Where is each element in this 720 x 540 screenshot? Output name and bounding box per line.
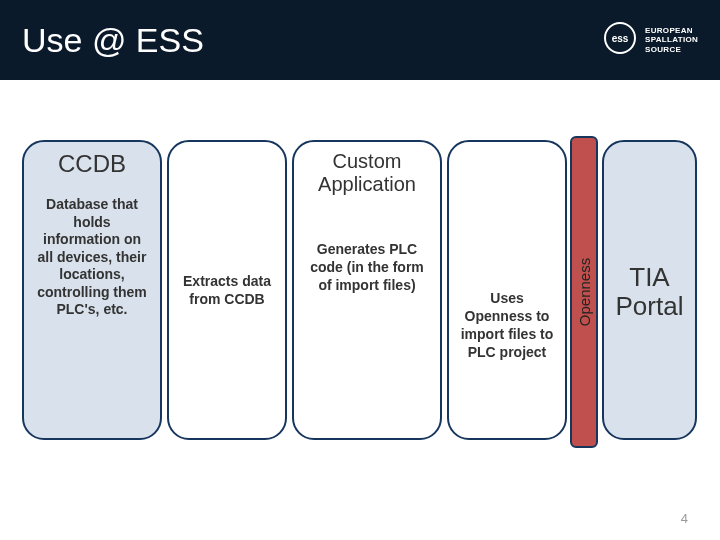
- node-custom-application: Custom Application Generates PLC code (i…: [292, 140, 442, 440]
- svg-text:ess: ess: [612, 33, 629, 44]
- node-tia-title: TIA Portal: [608, 255, 692, 324]
- slide-header: Use @ ESS ess EUROPEAN SPALLATION SOURCE: [0, 0, 720, 80]
- node-tia-portal: TIA Portal: [602, 140, 697, 440]
- org-brand: ess EUROPEAN SPALLATION SOURCE: [603, 21, 698, 59]
- openness-label: Openness: [576, 258, 593, 326]
- node-uses-body: Uses Openness to import files to PLC pro…: [449, 289, 565, 362]
- node-custom-body: Generates PLC code (in the form of impor…: [294, 240, 440, 295]
- org-name: EUROPEAN SPALLATION SOURCE: [645, 26, 698, 54]
- node-ccdb: CCDB Database that holds information on …: [22, 140, 162, 440]
- node-extract-body: Extracts data from CCDB: [169, 272, 285, 308]
- node-openness-bar: Openness: [570, 136, 598, 448]
- node-extract: Extracts data from CCDB: [167, 140, 287, 440]
- node-ccdb-title: CCDB: [50, 142, 134, 182]
- node-custom-title: Custom Application: [294, 142, 440, 200]
- diagram-area: CCDB Database that holds information on …: [22, 130, 698, 470]
- ess-logo-icon: ess: [603, 21, 637, 59]
- page-number: 4: [681, 511, 688, 526]
- node-ccdb-body: Database that holds information on all d…: [24, 188, 160, 333]
- page-title: Use @ ESS: [22, 21, 204, 60]
- node-uses-openness: Uses Openness to import files to PLC pro…: [447, 140, 567, 440]
